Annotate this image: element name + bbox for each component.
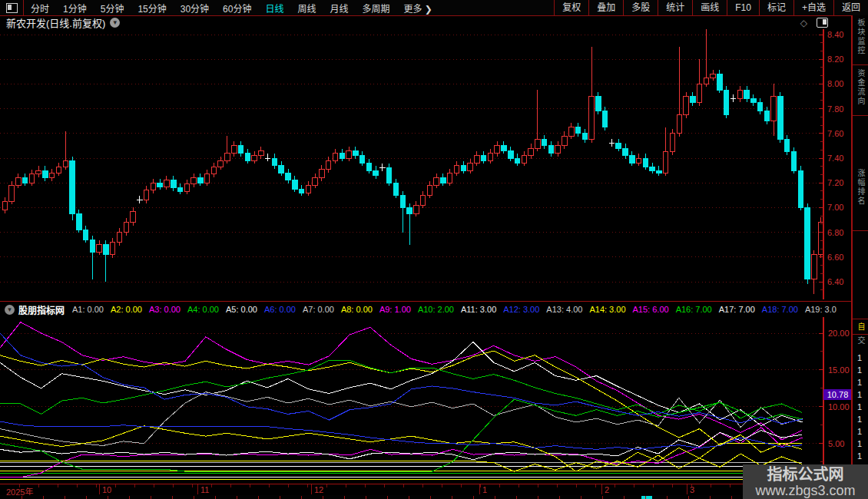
candle (218, 157, 224, 170)
trading-app-window: 分时1分钟5分钟15分钟30分钟60分钟日线周线月线多周期更多 ❯ 复权叠加多股… (0, 0, 868, 499)
date-minor-tick (346, 484, 346, 487)
candle (171, 176, 177, 190)
action-button-5[interactable]: 画线 (692, 0, 727, 15)
action-button-4[interactable]: 统计 (658, 0, 692, 15)
candle (144, 186, 149, 203)
chevron-down-icon[interactable]: ▾ (5, 305, 15, 315)
action-button-1[interactable]: 复权 (554, 0, 588, 15)
candle (36, 166, 41, 177)
clipped-bottom-row (0, 495, 868, 499)
price-label: 8.40 (827, 30, 843, 39)
indicator-field-A13: A13: 4.00 (546, 305, 582, 314)
candle (778, 92, 784, 143)
period-toolbar: 分时1分钟5分钟15分钟30分钟60分钟日线周线月线多周期更多 ❯ 复权叠加多股… (0, 0, 868, 16)
period-tab-4[interactable]: 15分钟 (131, 2, 173, 15)
candle (427, 181, 432, 199)
period-tabs: 分时1分钟5分钟15分钟30分钟60分钟日线周线月线多周期更多 ❯ (0, 0, 439, 15)
action-button-3[interactable]: 多股 (623, 0, 658, 15)
action-button-8[interactable]: +自选 (793, 0, 833, 15)
action-buttons: 复权叠加多股统计画线F10标记+自选返回 (554, 0, 868, 15)
candle (602, 107, 608, 131)
date-minor-tick (134, 484, 135, 487)
indicator-line-green-1 (0, 360, 802, 418)
indicator-line-yellow-2 (0, 426, 802, 471)
stock-title: 新农开发(日线.前复权) (6, 15, 105, 30)
month-tick (601, 484, 602, 494)
candlestick-chart[interactable] (0, 29, 825, 299)
candle (340, 149, 345, 161)
action-button-6[interactable]: F10 (727, 0, 759, 15)
indicator-field-A5: A5: 0.00 (226, 305, 257, 314)
candle (22, 173, 28, 186)
strip-divider (853, 115, 868, 116)
indicator-line-magenta-1 (0, 322, 802, 440)
price-label: 6.80 (827, 228, 843, 237)
period-tab-2[interactable]: 1分钟 (56, 2, 94, 15)
action-button-9[interactable]: 返回 (833, 0, 868, 15)
split-window-icon[interactable] (6, 3, 18, 13)
date-minor-tick (499, 484, 500, 487)
candle (481, 151, 486, 164)
candle (711, 70, 716, 81)
candle (306, 181, 311, 196)
clipped-row-tick (65, 496, 65, 499)
candle (117, 228, 122, 246)
candle (63, 131, 68, 170)
indicator-name: 股朋指标网 (18, 303, 65, 316)
candle (279, 161, 284, 176)
clipped-row-tick (387, 496, 388, 499)
candle (528, 144, 534, 158)
diamond-icon[interactable]: ◇ (800, 18, 807, 28)
clipped-digit: 1 (857, 451, 862, 461)
candle (299, 185, 304, 196)
clipped-digit: 1 (857, 353, 862, 362)
candle (49, 169, 55, 181)
indicator-axis-label: 15.00 (828, 365, 850, 375)
clipped-vertical-text-highlight: 自 (855, 322, 866, 332)
month-tick (197, 484, 198, 494)
period-tab-5[interactable]: 30分钟 (174, 2, 216, 15)
period-tab-1[interactable]: 分时 (24, 2, 56, 15)
clipped-digit: 1 (857, 378, 862, 387)
clipped-row-tick (323, 496, 323, 499)
period-tab-3[interactable]: 5分钟 (94, 2, 131, 15)
candle (393, 179, 399, 199)
period-tab-8[interactable]: 周线 (290, 2, 323, 15)
candle (623, 144, 628, 158)
date-minor-tick (634, 484, 634, 487)
candle (636, 154, 641, 166)
period-tab-9[interactable]: 月线 (323, 2, 356, 15)
candle (805, 203, 810, 284)
layout-icon[interactable] (817, 18, 828, 28)
clipped-row-tick (172, 496, 173, 499)
strip-divider (853, 319, 868, 319)
clipped-row-tick (602, 496, 603, 499)
indicator-field-A11: A11: 3.00 (461, 305, 496, 314)
chevron-down-icon[interactable]: ▾ (110, 18, 120, 28)
date-minor-tick (96, 484, 97, 487)
month-label: 10 (102, 485, 111, 494)
indicator-chart[interactable] (0, 317, 825, 484)
candle (353, 147, 359, 159)
clipped-row-tick (237, 496, 237, 499)
candle (582, 129, 588, 143)
candle (764, 107, 770, 124)
candle (454, 161, 459, 176)
candle (791, 147, 797, 173)
indicator-header[interactable]: ▾ 股朋指标网 A1: 0.00A2: 0.00A3: 0.00A4: 0.00… (0, 301, 851, 317)
period-tab-6[interactable]: 60分钟 (216, 2, 258, 15)
action-button-2[interactable]: 叠加 (588, 0, 623, 15)
candle (555, 141, 561, 156)
date-minor-tick (365, 484, 366, 487)
period-tab-10[interactable]: 多周期 (356, 2, 397, 15)
action-button-7[interactable]: 标记 (759, 0, 793, 15)
candle (320, 165, 325, 181)
period-tab-11[interactable]: 更多 ❯ (397, 2, 439, 15)
candle (56, 163, 61, 177)
price-label: 7.80 (827, 104, 843, 114)
period-tab-7[interactable]: 日线 (258, 2, 290, 15)
strip-divider (853, 230, 868, 231)
candle (131, 207, 136, 226)
indicator-field-A10: A10: 2.00 (418, 305, 454, 314)
candle (97, 240, 102, 255)
